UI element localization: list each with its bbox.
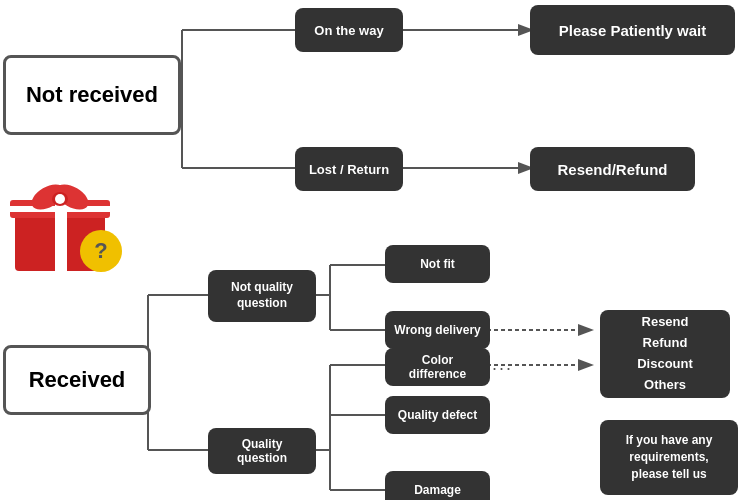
wrong-delivery-box: Wrong delivery [385,311,490,349]
requirements-box: If you have any requirements, please tel… [600,420,738,495]
received-box: Received [3,345,151,415]
on-the-way-box: On the way [295,8,403,52]
svg-rect-24 [10,206,110,212]
resend-refund-top-box: Resend/Refund [530,147,695,191]
damage-box: Damage [385,471,490,500]
not-fit-box: Not fit [385,245,490,283]
svg-point-28 [55,194,65,204]
resend-options-box: Resend Refund Discount Others [600,310,730,398]
question-badge: ? [80,230,122,272]
please-wait-box: Please Patiently wait [530,5,735,55]
not-quality-box: Not quality question [208,270,316,322]
dots-connector: ··· [492,358,513,379]
quality-question-box: Quality question [208,428,316,474]
color-diff-box: Color difference [385,348,490,386]
not-received-box: Not received [3,55,181,135]
quality-defect-box: Quality defect [385,396,490,434]
main-canvas: Not received On the way Please Patiently… [0,0,750,500]
lost-return-box: Lost / Return [295,147,403,191]
